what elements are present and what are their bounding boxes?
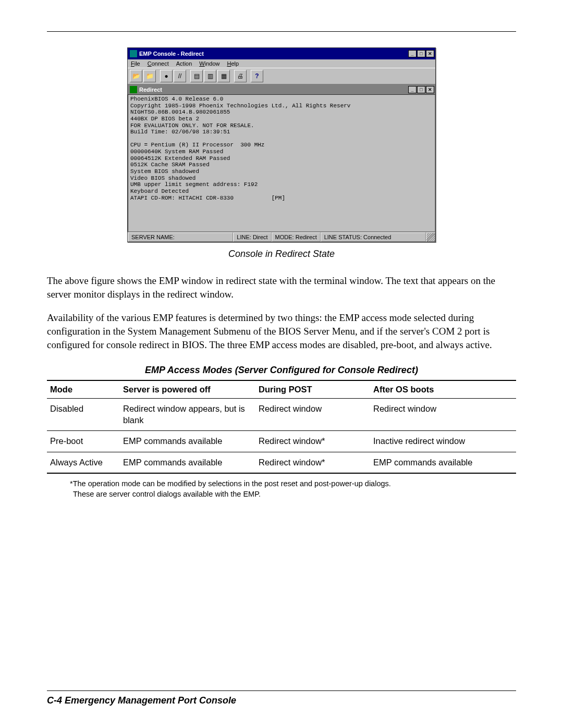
cell-powered-off: EMP commands available xyxy=(120,452,255,473)
status-line-status: LINE STATUS: Connected xyxy=(321,232,426,242)
cell-after-os: Inactive redirect window xyxy=(370,431,516,452)
cell-during-post: Redirect window* xyxy=(255,452,370,473)
toolbar-folder-icon[interactable]: 📁 xyxy=(143,70,156,82)
table-footnote: *The operation mode can be modified by s… xyxy=(70,479,516,499)
menu-action[interactable]: Action xyxy=(176,60,192,67)
th-mode: Mode xyxy=(47,380,120,399)
toolbar-grid1-icon[interactable]: ▤ xyxy=(190,70,203,82)
child-titlebar[interactable]: Redirect _ □ ✕ xyxy=(128,85,435,94)
footnote-line1: *The operation mode can be modified by s… xyxy=(70,479,391,488)
table-header-row: Mode Server is powered off During POST A… xyxy=(47,380,516,399)
table-row: Always Active EMP commands available Red… xyxy=(47,452,516,473)
figure-caption: Console in Redirect State xyxy=(47,249,516,260)
table-row: Disabled Redirect window appears, but is… xyxy=(47,399,516,431)
status-line: LINE: Direct xyxy=(233,232,271,242)
access-modes-table: Mode Server is powered off During POST A… xyxy=(47,380,516,474)
maximize-button[interactable]: □ xyxy=(417,50,425,57)
toolbar-open-icon[interactable]: 📂 xyxy=(130,70,142,82)
child-window-title: Redirect xyxy=(139,87,408,93)
window-title: EMP Console - Redirect xyxy=(139,51,408,57)
th-powered-off: Server is powered off xyxy=(120,380,255,399)
th-during-post: During POST xyxy=(255,380,370,399)
toolbar-help-icon[interactable]: ? xyxy=(251,70,263,82)
terminal-output: PhoenixBIOS 4.0 Release 6.0 Copyright 19… xyxy=(128,94,435,232)
app-icon xyxy=(130,50,137,57)
cell-mode: Always Active xyxy=(47,452,120,473)
close-button[interactable]: ✕ xyxy=(426,50,434,57)
menu-connect[interactable]: Connect xyxy=(148,60,169,67)
paragraph-2: Availability of the various EMP features… xyxy=(47,311,516,351)
emp-console-window: EMP Console - Redirect _ □ ✕ File Connec… xyxy=(127,47,436,242)
page-footer: C-4 Emergency Management Port Console xyxy=(47,690,516,706)
footnote-line2: These are server control dialogs availab… xyxy=(70,489,516,500)
menu-help[interactable]: Help xyxy=(227,60,239,67)
paragraph-1: The above figure shows the EMP window in… xyxy=(47,274,516,301)
status-server-name: SERVER NAME: xyxy=(128,232,233,242)
cell-after-os: EMP commands available xyxy=(370,452,516,473)
toolbar-print-icon[interactable]: 🖨 xyxy=(234,70,247,82)
minimize-button[interactable]: _ xyxy=(408,50,417,57)
th-after-os: After OS boots xyxy=(370,380,516,399)
table-row: Pre-boot EMP commands available Redirect… xyxy=(47,431,516,452)
toolbar-grid3-icon[interactable]: ▦ xyxy=(217,70,230,82)
toolbar: 📂 📁 ● // ▤ ▥ ▦ 🖨 ? xyxy=(128,68,435,84)
child-minimize-button[interactable]: _ xyxy=(408,86,417,93)
cell-powered-off: EMP commands available xyxy=(120,431,255,452)
cell-during-post: Redirect window xyxy=(255,399,370,431)
cell-after-os: Redirect window xyxy=(370,399,516,431)
cell-mode: Pre-boot xyxy=(47,431,120,452)
redirect-child-window: Redirect _ □ ✕ PhoenixBIOS 4.0 Release 6… xyxy=(128,84,435,232)
child-app-icon xyxy=(130,86,137,93)
menu-file[interactable]: File xyxy=(131,60,140,67)
toolbar-grid2-icon[interactable]: ▥ xyxy=(204,70,216,82)
menu-window[interactable]: Window xyxy=(199,60,219,67)
window-titlebar[interactable]: EMP Console - Redirect _ □ ✕ xyxy=(128,48,435,59)
cell-during-post: Redirect window* xyxy=(255,431,370,452)
table-caption: EMP Access Modes (Server Configured for … xyxy=(47,365,516,376)
top-rule xyxy=(47,31,516,32)
resize-grip[interactable] xyxy=(426,232,435,242)
menubar: File Connect Action Window Help xyxy=(128,59,435,68)
child-close-button[interactable]: ✕ xyxy=(426,86,434,93)
status-mode: MODE: Redirect xyxy=(272,232,321,242)
cell-mode: Disabled xyxy=(47,399,120,431)
child-maximize-button[interactable]: □ xyxy=(417,86,425,93)
toolbar-pause-icon[interactable]: // xyxy=(174,70,186,82)
statusbar: SERVER NAME: LINE: Direct MODE: Redirect… xyxy=(128,232,435,242)
cell-powered-off: Redirect window appears, but is blank xyxy=(120,399,255,431)
toolbar-record-icon[interactable]: ● xyxy=(160,70,173,82)
